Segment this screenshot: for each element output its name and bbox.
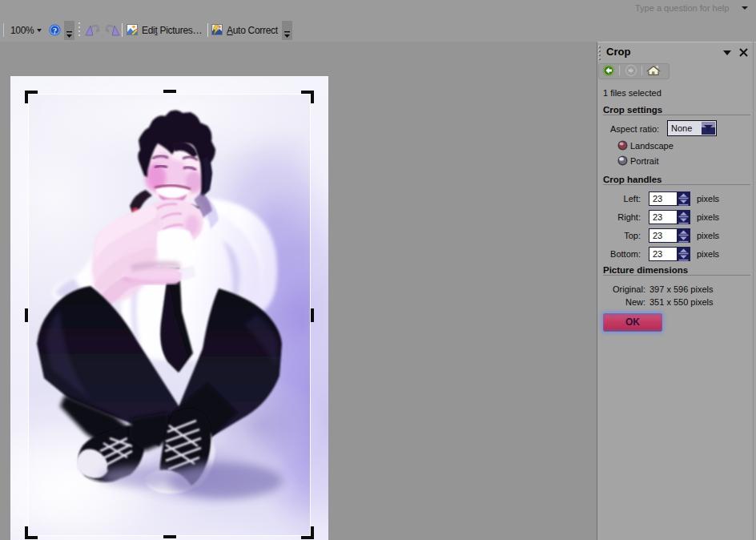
svg-text:?: ? — [53, 26, 57, 35]
